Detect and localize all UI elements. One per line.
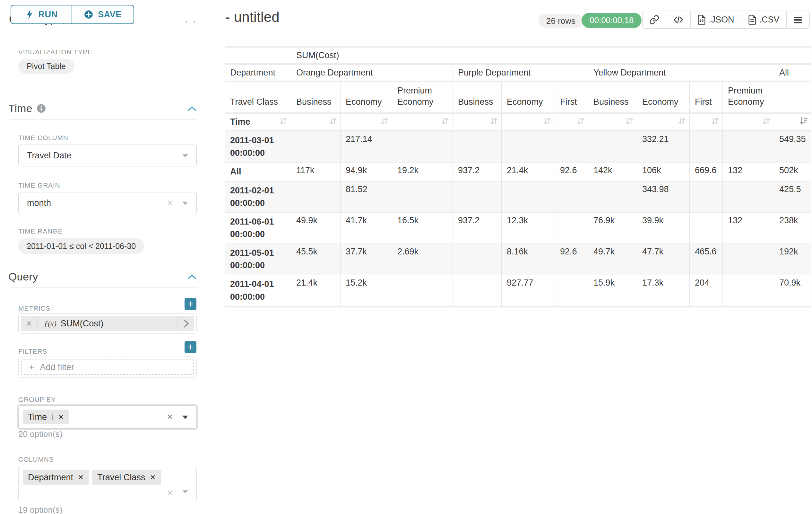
copy-link-button[interactable] — [642, 11, 666, 28]
collapse-time-icon[interactable] — [187, 105, 197, 112]
remove-chip-icon[interactable]: ✕ — [58, 413, 64, 422]
sort-icon[interactable] — [440, 116, 450, 126]
sort-icon[interactable] — [576, 116, 585, 126]
columns-option-count: 19 option(s) — [18, 505, 62, 514]
sort-desc-icon[interactable] — [799, 116, 809, 126]
file-text-icon — [748, 15, 756, 25]
sort-column-header[interactable] — [341, 114, 392, 131]
add-metric-button[interactable]: + — [184, 298, 196, 310]
code-icon — [673, 15, 684, 25]
row-label: 2011-06-0100:00:00 — [225, 213, 291, 244]
metric-pill[interactable]: × ƒ(x) SUM(Cost) — [21, 316, 194, 331]
pivot-cell — [502, 182, 555, 213]
add-filter-dropzone[interactable]: + Add filter — [21, 359, 194, 375]
columns-chip-department[interactable]: Department ✕ — [23, 470, 89, 485]
add-filter-plus-button[interactable]: + — [184, 341, 196, 353]
pivot-cell: 70.9k — [774, 275, 811, 307]
sort-column-header[interactable] — [588, 114, 637, 131]
sort-icon[interactable] — [543, 116, 552, 126]
pivot-cell: 17.3k — [637, 275, 690, 307]
remove-metric-icon[interactable]: × — [21, 316, 37, 331]
sort-icon[interactable] — [677, 116, 687, 126]
chart-title[interactable]: - untitled — [225, 9, 280, 25]
group-by-label: GROUP BY — [18, 396, 56, 404]
columns-select[interactable]: Department ✕ Travel Class ✕ × — [18, 466, 197, 503]
chip-label: Department — [28, 472, 73, 483]
embed-code-button[interactable] — [666, 11, 691, 28]
time-range-value[interactable]: 2011-01-01 ≤ col < 2011-06-30 — [18, 238, 144, 254]
info-icon: i — [51, 412, 54, 422]
time-column-select[interactable]: Travel Date — [18, 144, 197, 166]
menu-button[interactable] — [787, 11, 809, 28]
pivot-cell — [453, 131, 502, 163]
table-row: 2011-03-0100:00:00217.14332.21549.35 — [225, 131, 811, 163]
pivot-cell: 19.2k — [392, 163, 453, 181]
clipped-chevron-dot — [194, 21, 196, 23]
pivot-cell — [291, 182, 341, 213]
sort-column-header[interactable] — [291, 114, 341, 131]
save-button[interactable]: SAVE — [71, 5, 134, 24]
clear-icon[interactable]: × — [167, 412, 173, 422]
metrics-control: × ƒ(x) SUM(Cost) — [18, 313, 197, 334]
caret-down-icon[interactable] — [182, 490, 188, 493]
pivot-cell: 45.5k — [291, 244, 341, 275]
time-column-value: Travel Date — [27, 151, 71, 161]
pivot-cell: 47.7k — [637, 244, 690, 275]
sort-icon[interactable] — [489, 116, 499, 126]
pivot-cell — [555, 131, 588, 163]
sort-icon[interactable] — [279, 116, 288, 126]
sort-column-header[interactable] — [502, 114, 555, 131]
group-by-select[interactable]: Time i ✕ × — [18, 405, 197, 429]
collapse-query-icon[interactable] — [187, 274, 197, 280]
export-json-button[interactable]: .JSON — [691, 11, 742, 28]
table-row: 2011-02-0100:00:0081.52343.98425.5 — [225, 182, 811, 213]
sort-icon[interactable] — [328, 116, 338, 126]
pivot-cell — [291, 131, 341, 163]
pivot-cell: 132 — [723, 213, 774, 244]
columns-chip-travel-class[interactable]: Travel Class ✕ — [92, 470, 161, 485]
chevron-right-icon[interactable] — [183, 319, 190, 328]
pivot-cell: 343.98 — [637, 182, 690, 213]
group-by-chip-time[interactable]: Time i ✕ — [23, 410, 69, 424]
column-group-header: Purple Department — [453, 65, 588, 82]
pivot-cell — [723, 131, 774, 163]
sort-icon[interactable] — [762, 116, 771, 126]
sort-column-header[interactable] — [392, 114, 453, 131]
visualization-type-value[interactable]: Pivot Table — [18, 59, 74, 74]
sort-column-header[interactable] — [453, 114, 502, 131]
export-csv-button[interactable]: .CSV — [742, 11, 787, 28]
chip-label: Travel Class — [97, 472, 145, 483]
pivot-cell: 2.69k — [392, 244, 453, 275]
pivot-cell: 76.9k — [588, 213, 637, 244]
pivot-cell: 465.6 — [690, 244, 723, 275]
sort-icon[interactable] — [380, 116, 389, 126]
time-row-header[interactable]: Time — [225, 114, 291, 131]
sort-icon[interactable] — [710, 116, 720, 126]
sort-column-header[interactable] — [723, 114, 774, 131]
sort-column-header[interactable] — [774, 114, 811, 131]
pivot-cell: 238k — [774, 213, 811, 244]
sort-column-header[interactable] — [690, 114, 723, 131]
save-button-label: SAVE — [98, 10, 122, 20]
add-filter-label: Add filter — [40, 362, 75, 372]
row-label: 2011-03-0100:00:00 — [225, 131, 291, 163]
time-grain-select[interactable]: month × — [18, 192, 197, 214]
sort-column-header[interactable] — [637, 114, 690, 131]
remove-chip-icon[interactable]: ✕ — [78, 473, 84, 482]
metrics-label: METRICS — [18, 304, 50, 312]
metric-header: SUM(Cost) — [291, 46, 811, 65]
sort-column-header[interactable] — [555, 114, 588, 131]
plus-icon: + — [187, 342, 193, 352]
pivot-cell: 21.4k — [291, 275, 341, 307]
column-header: Business — [291, 82, 341, 114]
remove-chip-icon[interactable]: ✕ — [150, 473, 156, 482]
clear-icon[interactable]: × — [167, 198, 173, 208]
pivot-cell — [392, 182, 453, 213]
query-section-heading: Query — [8, 270, 38, 283]
pivot-cell: 39.9k — [637, 213, 690, 244]
run-button[interactable]: RUN — [10, 5, 72, 24]
pivot-cell — [502, 131, 555, 163]
caret-down-icon[interactable] — [182, 416, 188, 419]
sort-icon[interactable] — [625, 116, 634, 126]
clear-icon[interactable]: × — [167, 488, 173, 497]
